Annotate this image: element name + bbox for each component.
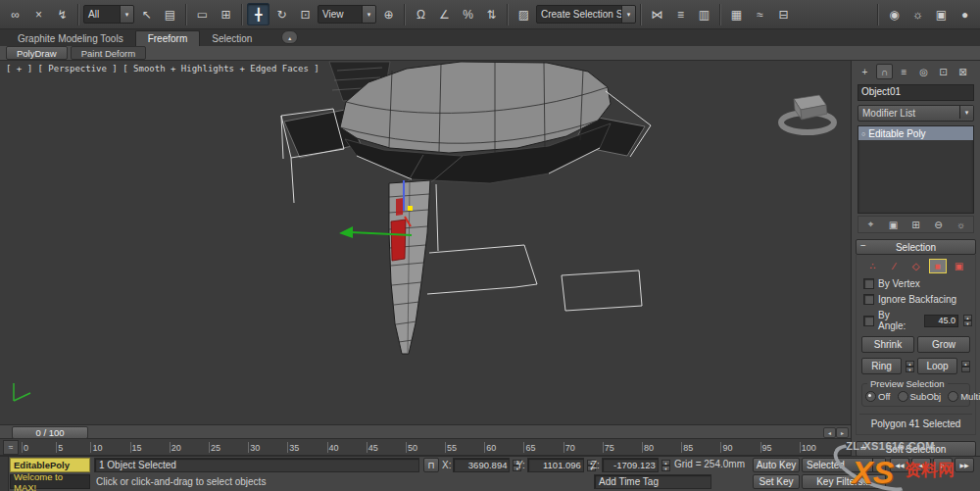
- main-toolbar: ∞ × ↯ All ▾ ↖ ▤ ▭ ⊞ ╋ ↻ ⊡ View ▾ ⊕ Ω ∠ %…: [0, 0, 980, 29]
- select-and-rotate-icon[interactable]: ↻: [270, 3, 293, 25]
- prompt-line: Click or click-and-drag to select object…: [96, 474, 421, 489]
- shrink-button[interactable]: Shrink: [861, 336, 914, 353]
- tab-graphite-modeling-tools[interactable]: Graphite Modeling Tools: [6, 31, 135, 46]
- material-editor-icon[interactable]: ◉: [883, 3, 906, 25]
- object-name-field[interactable]: Object01: [858, 84, 974, 101]
- selection-lock-icon[interactable]: ⊓: [423, 458, 439, 472]
- model-mesh[interactable]: [284, 62, 645, 354]
- ribbon-minimize-icon[interactable]: ▴: [281, 30, 298, 44]
- rectangular-selection-region-icon[interactable]: ▭: [191, 3, 214, 25]
- named-selection-combo[interactable]: Create Selection Se ▾: [536, 5, 636, 24]
- mirror-icon[interactable]: ⋈: [646, 3, 668, 25]
- mini-listener-strip[interactable]: [0, 457, 9, 491]
- align-icon[interactable]: ≡: [669, 3, 692, 25]
- preview-multi-radio[interactable]: [948, 391, 958, 402]
- snap-toggle-icon[interactable]: Ω: [410, 3, 432, 25]
- select-object-icon[interactable]: ↖: [135, 3, 158, 25]
- curve-editor-icon[interactable]: ≈: [749, 3, 771, 25]
- select-and-link-icon[interactable]: ∞: [4, 3, 26, 25]
- use-pivot-center-icon[interactable]: ⊕: [377, 3, 400, 25]
- select-by-name-icon[interactable]: ▤: [159, 3, 181, 25]
- set-key-button[interactable]: Set Key: [753, 474, 800, 489]
- time-tag-field[interactable]: Add Time Tag: [594, 474, 711, 489]
- select-and-move-icon[interactable]: ╋: [247, 3, 270, 25]
- layer-manager-icon[interactable]: ▥: [693, 3, 715, 25]
- border-mode-icon[interactable]: ◇: [907, 259, 925, 273]
- modifier-stack-item[interactable]: ○ Editable Poly: [858, 126, 973, 140]
- timeline-tick: 40: [327, 442, 340, 453]
- element-mode-icon[interactable]: ▣: [951, 259, 968, 273]
- unlink-selection-icon[interactable]: ×: [27, 3, 50, 25]
- loop-spinner[interactable]: ▴: [961, 361, 970, 372]
- time-slider-handle[interactable]: 0 / 100: [12, 426, 88, 439]
- selection-filter-dropdown[interactable]: All ▾: [83, 5, 134, 24]
- ring-button[interactable]: Ring: [861, 358, 902, 374]
- spinner-down-icon[interactable]: [961, 367, 970, 372]
- auto-key-button[interactable]: Auto Key: [753, 458, 800, 472]
- angle-snap-icon[interactable]: ∠: [433, 3, 456, 25]
- spinner-down-icon[interactable]: ▾: [906, 367, 914, 372]
- schematic-view-icon[interactable]: ⊟: [772, 3, 795, 25]
- utilities-tab-icon[interactable]: ⊠: [955, 64, 971, 79]
- modifier-stack[interactable]: ○ Editable Poly: [858, 125, 974, 214]
- by-angle-spinner[interactable]: ▴ ▾: [963, 315, 972, 326]
- preview-off-radio[interactable]: [865, 391, 876, 402]
- grow-button[interactable]: Grow: [917, 336, 970, 353]
- tab-selection[interactable]: Selection: [200, 31, 264, 46]
- render-production-icon[interactable]: ●: [954, 3, 976, 25]
- select-and-scale-icon[interactable]: ⊡: [294, 3, 317, 25]
- motion-tab-icon[interactable]: ◎: [915, 64, 932, 79]
- configure-modifier-sets-icon[interactable]: ☼: [952, 218, 970, 231]
- by-vertex-checkbox[interactable]: [863, 278, 874, 289]
- ignore-backfacing-label: Ignore Backfacing: [878, 294, 956, 305]
- viewport[interactable]: [ + ] [ Perspective ] [ Smooth + Highlig…: [0, 61, 851, 424]
- listener-line[interactable]: Welcome to MAX!: [10, 474, 90, 489]
- tab-freeform[interactable]: Freeform: [135, 30, 201, 46]
- spinner-snap-icon[interactable]: ⇅: [480, 3, 503, 25]
- y-coordinate-field[interactable]: 1101.096: [527, 458, 584, 472]
- polydraw-panel-tab[interactable]: PolyDraw: [6, 46, 68, 60]
- bind-to-space-warp-icon[interactable]: ↯: [51, 3, 74, 25]
- loop-button[interactable]: Loop: [917, 358, 957, 374]
- time-slider[interactable]: 0 / 100 ◂ ▸: [0, 424, 851, 439]
- viewport-label[interactable]: [ + ] [ Perspective ] [ Smooth + Highlig…: [6, 64, 319, 74]
- view-cube[interactable]: [781, 95, 834, 132]
- track-bar[interactable]: ≈ 05101520253035404550556065707580859095…: [0, 439, 851, 456]
- by-angle-checkbox[interactable]: [863, 316, 874, 326]
- x-coordinate-field[interactable]: 3690.894: [453, 458, 510, 472]
- preview-subobj-radio[interactable]: [898, 391, 908, 402]
- show-end-result-icon[interactable]: ▣: [884, 218, 903, 231]
- next-frame-arrow-icon[interactable]: ▸: [836, 427, 849, 438]
- viewport-canvas[interactable]: [0, 61, 851, 424]
- pin-stack-icon[interactable]: ⌖: [861, 218, 880, 231]
- modifier-list-dropdown[interactable]: Modifier List ▾: [858, 105, 974, 122]
- previous-frame-arrow-icon[interactable]: ◂: [823, 427, 836, 438]
- ring-spinner[interactable]: ▴ ▾: [906, 361, 914, 372]
- graphite-modeling-icon[interactable]: ▦: [725, 3, 748, 25]
- vertex-mode-icon[interactable]: ∴: [864, 259, 882, 273]
- paint-deform-panel-tab[interactable]: Paint Deform: [71, 46, 146, 60]
- remove-modifier-icon[interactable]: ⊖: [929, 218, 948, 231]
- reference-coordinate-dropdown[interactable]: View ▾: [318, 5, 376, 24]
- make-unique-icon[interactable]: ⊞: [906, 218, 925, 231]
- selection-rollout-header[interactable]: − Selection: [856, 239, 976, 255]
- mini-curve-editor-icon[interactable]: ≈: [3, 440, 19, 455]
- edit-named-selection-sets-icon[interactable]: ▨: [513, 3, 535, 25]
- preview-selection-legend: Preview Selection: [867, 378, 948, 389]
- z-coordinate-field[interactable]: -1709.123: [602, 458, 659, 472]
- hierarchy-tab-icon[interactable]: ≡: [896, 64, 912, 79]
- rendered-frame-window-icon[interactable]: ▣: [930, 3, 953, 25]
- polygon-mode-icon[interactable]: ■: [929, 259, 947, 273]
- spinner-down-icon[interactable]: ▾: [963, 320, 972, 326]
- create-tab-icon[interactable]: +: [857, 64, 873, 79]
- display-tab-icon[interactable]: ⊡: [935, 64, 952, 79]
- modify-tab-icon[interactable]: ∩: [876, 64, 893, 79]
- visibility-bulb-icon[interactable]: ○: [861, 130, 865, 137]
- render-setup-icon[interactable]: ☼: [906, 3, 929, 25]
- ignore-backfacing-checkbox[interactable]: [863, 294, 874, 305]
- window-crossing-icon[interactable]: ⊞: [215, 3, 237, 25]
- edge-mode-icon[interactable]: ∕: [886, 259, 904, 273]
- percent-snap-icon[interactable]: %: [457, 3, 479, 25]
- by-angle-field[interactable]: 45.0: [924, 315, 958, 327]
- chevron-down-icon: ▾: [959, 106, 973, 119]
